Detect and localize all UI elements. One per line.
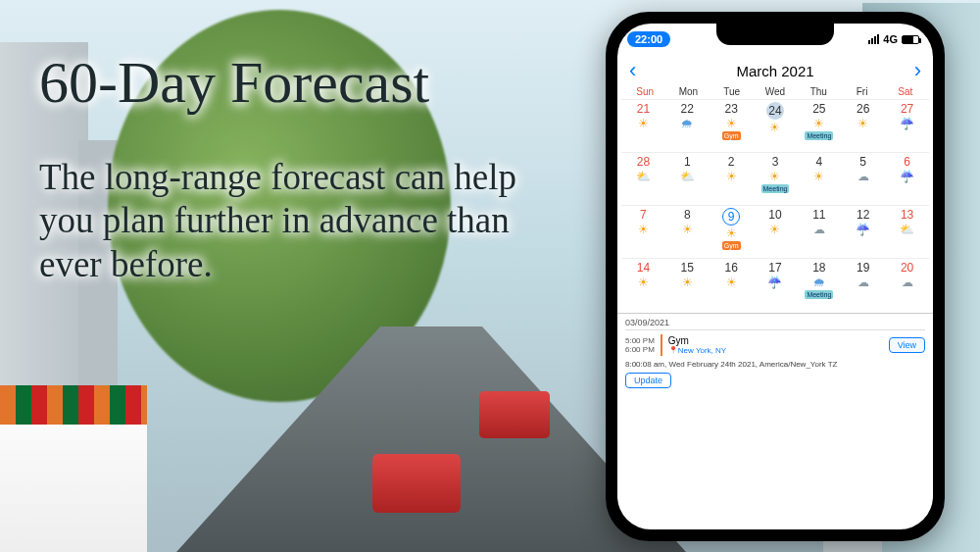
calendar-day-cell[interactable]: 7☀ xyxy=(621,205,665,258)
weather-icon: ☁ xyxy=(813,223,825,236)
weather-icon: ☔ xyxy=(856,223,870,236)
day-number: 23 xyxy=(724,102,737,116)
calendar-day-cell[interactable]: 20☁ xyxy=(885,258,929,311)
event-detail-panel: 03/09/2021 5:00 PM 6:00 PM Gym 📍New York… xyxy=(617,313,933,394)
calendar-day-cell[interactable]: 11☁ xyxy=(797,205,841,258)
calendar-day-cell[interactable]: 25☀Meeting xyxy=(797,99,841,152)
day-number: 5 xyxy=(859,155,866,169)
day-number: 7 xyxy=(640,208,647,222)
calendar-day-cell[interactable]: 24☀ xyxy=(754,99,798,152)
calendar-day-cell[interactable]: 26☀ xyxy=(841,99,885,152)
calendar-day-cell[interactable]: 15☀ xyxy=(665,258,710,311)
day-number: 20 xyxy=(901,261,913,275)
calendar-day-cell[interactable]: 6☔ xyxy=(885,152,929,205)
prev-month-button[interactable]: ‹ xyxy=(629,58,636,83)
day-number: 14 xyxy=(637,261,650,275)
weather-icon: ☀ xyxy=(858,117,868,130)
day-number: 4 xyxy=(816,155,823,169)
event-row[interactable]: 5:00 PM 6:00 PM Gym 📍New York, NY View xyxy=(625,334,925,356)
weather-icon: ⛅ xyxy=(636,170,651,183)
calendar-day-cell[interactable]: 9☀Gym xyxy=(710,205,754,258)
calendar-day-cell[interactable]: 17☔ xyxy=(754,258,798,311)
day-number: 28 xyxy=(637,155,650,169)
day-number: 15 xyxy=(681,261,694,275)
weather-icon: ☀ xyxy=(726,117,737,130)
calendar-day-cell[interactable]: 19☁ xyxy=(841,258,885,311)
event-chip: Meeting xyxy=(805,131,833,140)
calendar-day-cell[interactable]: 10☀ xyxy=(754,205,798,258)
calendar-day-cell[interactable]: 2☀ xyxy=(710,152,754,205)
phone-notch xyxy=(716,24,834,45)
weather-icon: ☔ xyxy=(900,117,914,130)
calendar-day-cell[interactable]: 21☀ xyxy=(621,99,665,152)
detail-timestamp: 8:00:08 am, Wed February 24th 2021, Amer… xyxy=(625,360,925,369)
day-number: 3 xyxy=(772,155,779,169)
calendar-day-cell[interactable]: 8☀ xyxy=(665,205,710,258)
headline-title: 60-Day Forecast xyxy=(39,49,568,117)
weather-icon: ☀ xyxy=(682,276,693,289)
weather-icon: ⛅ xyxy=(900,223,914,236)
calendar-day-cell[interactable]: 1⛅ xyxy=(665,152,710,205)
day-number: 11 xyxy=(812,208,825,222)
day-number: 25 xyxy=(812,102,825,116)
event-chip: Gym xyxy=(722,241,741,250)
event-location: 📍New York, NY xyxy=(668,346,726,355)
day-number: 22 xyxy=(681,102,694,116)
status-time: 22:00 xyxy=(627,31,670,47)
update-button[interactable]: Update xyxy=(625,373,671,388)
day-number: 18 xyxy=(812,261,825,275)
event-chip: Meeting xyxy=(805,290,833,299)
calendar-day-cell[interactable]: 3☀Meeting xyxy=(754,152,798,205)
weather-icon: ☁ xyxy=(902,276,913,289)
weather-icon: 🌧 xyxy=(813,276,825,289)
calendar-day-cell[interactable]: 14☀ xyxy=(621,258,665,311)
calendar-day-cell[interactable]: 22🌧 xyxy=(665,99,710,152)
weekday-label: Tue xyxy=(710,86,754,97)
weather-icon: ☀ xyxy=(638,223,649,236)
weather-icon: ☔ xyxy=(900,170,914,183)
event-times: 5:00 PM 6:00 PM xyxy=(625,336,655,354)
weather-icon: 🌧 xyxy=(681,117,693,130)
weather-icon: ☀ xyxy=(769,170,780,183)
day-number: 10 xyxy=(768,208,781,222)
view-event-button[interactable]: View xyxy=(889,337,925,353)
day-number: 17 xyxy=(768,261,781,275)
day-number: 8 xyxy=(684,208,691,222)
weather-icon: ☀ xyxy=(769,121,780,134)
weekday-header: SunMonTueWedThuFriSat xyxy=(617,86,933,97)
weekday-label: Sun xyxy=(623,86,666,97)
weather-icon: ☀ xyxy=(726,170,737,183)
day-number: 16 xyxy=(724,261,737,275)
calendar-day-cell[interactable]: 13⛅ xyxy=(885,205,929,258)
day-number: 13 xyxy=(901,208,913,222)
weather-icon: ☀ xyxy=(682,223,693,236)
weather-icon: ☀ xyxy=(769,223,780,236)
promo-headline: 60-Day Forecast The long-range forecast … xyxy=(39,49,568,286)
weather-icon: ☀ xyxy=(726,226,737,240)
event-info: Gym 📍New York, NY xyxy=(668,335,726,355)
calendar-day-cell[interactable]: 4☀ xyxy=(797,152,841,205)
calendar-day-cell[interactable]: 18🌧Meeting xyxy=(797,258,841,311)
weather-icon: ☀ xyxy=(813,117,824,130)
event-color-bar xyxy=(661,334,662,356)
location-pin-icon: 📍 xyxy=(668,346,678,355)
weather-icon: ☁ xyxy=(858,170,869,183)
event-end: 6:00 PM xyxy=(625,345,655,354)
calendar-navbar: ‹ March 2021 › xyxy=(617,55,933,86)
calendar-day-cell[interactable]: 12☔ xyxy=(841,205,885,258)
battery-icon xyxy=(902,35,919,44)
weather-icon: ☀ xyxy=(813,170,824,183)
calendar-day-cell[interactable]: 27☔ xyxy=(885,99,929,152)
day-number: 19 xyxy=(857,261,869,275)
calendar-day-cell[interactable]: 28⛅ xyxy=(621,152,665,205)
day-number: 6 xyxy=(904,155,910,169)
phone-frame: 22:00 4G ‹ March 2021 › SunMonTueWedThuF… xyxy=(606,12,945,541)
next-month-button[interactable]: › xyxy=(914,58,921,83)
signal-icon xyxy=(868,34,879,44)
calendar-day-cell[interactable]: 5☁ xyxy=(841,152,885,205)
weather-icon: ☀ xyxy=(726,276,737,289)
calendar-day-cell[interactable]: 23☀Gym xyxy=(710,99,754,152)
day-number: 21 xyxy=(637,102,650,116)
calendar-day-cell[interactable]: 16☀ xyxy=(710,258,754,311)
day-number: 1 xyxy=(684,155,691,169)
